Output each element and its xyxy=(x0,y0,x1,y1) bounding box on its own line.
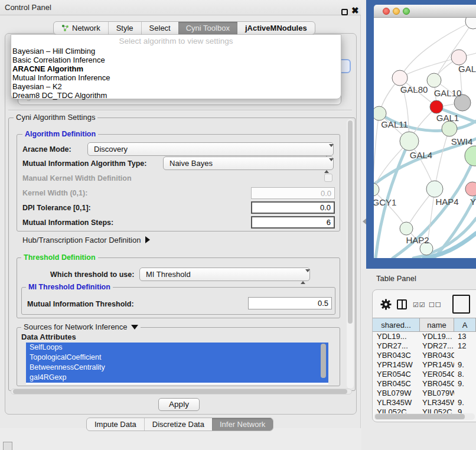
network-node-0[interactable] xyxy=(465,18,476,29)
combobox-stepper-icon xyxy=(324,145,329,158)
tab-style-label: Style xyxy=(116,24,133,32)
network-node-GAL1[interactable] xyxy=(430,100,443,113)
table-row-3[interactable]: YPR145WYPR145W9. xyxy=(373,360,476,370)
table-row-4[interactable]: YER054CYER054C8. xyxy=(373,370,476,379)
table-panel-title: Table Panel xyxy=(376,274,416,283)
zoom-traffic-light-icon[interactable] xyxy=(403,8,410,15)
table-row-1[interactable]: YDR27...YDR27...12 xyxy=(373,341,476,351)
network-node-GCY1[interactable] xyxy=(374,183,379,196)
attributes-scrollbar[interactable] xyxy=(321,344,326,381)
settings-vertical-scrollbar[interactable] xyxy=(347,119,354,389)
algorithm-option-3[interactable]: Mutual Information Inference xyxy=(12,73,340,82)
table-row-2[interactable]: YBR043CYBR043C xyxy=(373,351,476,360)
select-all-columns-icon[interactable]: ☑☑ xyxy=(413,301,426,309)
tab-style[interactable]: Style xyxy=(108,22,141,34)
threshold-definition-title: Threshold Definition xyxy=(21,253,98,262)
network-node-GAL10[interactable] xyxy=(427,73,441,87)
attributes-scrollbar-thumb[interactable] xyxy=(321,344,326,378)
algorithm-option-5[interactable]: Dream8 DC_TDC Algorithm xyxy=(12,91,340,100)
algorithm-option-1[interactable]: Basic Correlation Inference xyxy=(12,56,340,64)
settings-horizontal-scrollbar-thumb[interactable] xyxy=(13,389,347,394)
network-node-GAL11[interactable] xyxy=(374,106,386,120)
cell-5-2: 9. xyxy=(454,379,476,389)
column-header-1[interactable]: name xyxy=(420,318,454,332)
column-header-2[interactable]: A xyxy=(454,318,476,332)
network-node-label-GAL11: GAL11 xyxy=(381,119,408,129)
network-node-Y[interactable] xyxy=(465,182,476,196)
attribute-item-BetweennessCentrality[interactable]: BetweennessCentrality xyxy=(26,363,328,373)
hub-definition-expander[interactable]: Hub/Transcription Factor Definition xyxy=(22,236,150,244)
which-threshold-value: MI Threshold xyxy=(146,270,191,279)
column-header-0[interactable]: shared... xyxy=(373,318,420,332)
tab-network[interactable]: Network xyxy=(54,22,108,34)
kernel-width-field[interactable] xyxy=(251,187,335,199)
new-table-icon[interactable] xyxy=(452,295,470,314)
network-node-label-HAP2: HAP2 xyxy=(406,235,429,245)
attribute-item-gal4RGexp[interactable]: gal4RGexp xyxy=(26,373,328,383)
deselect-all-columns-icon[interactable]: ☐☐ xyxy=(429,301,442,309)
minimize-traffic-light-icon[interactable] xyxy=(393,8,400,15)
cell-6-2 xyxy=(454,389,476,398)
close-icon[interactable]: ✖ xyxy=(351,5,359,16)
tab-infer-network[interactable]: Infer Network xyxy=(212,418,273,431)
inference-algorithm-combobox-fragment[interactable] xyxy=(340,59,351,73)
table-horizontal-scrollbar-thumb[interactable] xyxy=(375,414,465,419)
apply-button[interactable]: Apply xyxy=(158,398,200,411)
cell-6-1: YBL079W xyxy=(420,389,454,398)
float-window-icon[interactable] xyxy=(341,9,348,15)
cell-2-1: YBR043C xyxy=(420,351,454,360)
tab-infer-network-label: Infer Network xyxy=(220,420,265,429)
which-threshold-combobox[interactable]: MI Threshold xyxy=(139,268,310,281)
algorithm-option-4[interactable]: Bayesian – K2 xyxy=(12,82,340,91)
algorithm-dropdown-list: Bayesian – Hill ClimbingBasic Correlatio… xyxy=(12,47,340,100)
cell-2-0: YBR043C xyxy=(373,351,420,360)
attribute-item-SelfLoops[interactable]: SelfLoops xyxy=(26,343,328,353)
network-node-HAP2[interactable] xyxy=(400,222,413,235)
column-layout-icon[interactable] xyxy=(397,299,407,309)
cell-1-1: YDR27... xyxy=(420,341,454,351)
settings-vertical-scrollbar-thumb[interactable] xyxy=(348,120,353,324)
manual-kernel-checkbox[interactable] xyxy=(324,174,332,182)
table-body: YDL19...YDL19...13YDR27...YDR27...12YBR0… xyxy=(373,332,476,415)
aracne-mode-combobox[interactable]: Discovery xyxy=(87,142,334,156)
settings-horizontal-scrollbar[interactable] xyxy=(11,389,352,394)
algorithm-option-0[interactable]: Bayesian – Hill Climbing xyxy=(12,47,340,56)
mi-steps-field[interactable] xyxy=(251,216,335,229)
mi-type-combobox[interactable]: Naive Bayes xyxy=(163,156,334,170)
control-panel-titlebar: Control Panel xyxy=(0,0,361,15)
table-row-6[interactable]: YBL079WYBL079W xyxy=(373,389,476,398)
aracne-mode-label: Aracne Mode: xyxy=(22,145,71,154)
sources-group-title: Sources for Network Inference xyxy=(21,323,141,331)
table-horizontal-scrollbar[interactable] xyxy=(374,413,475,420)
tab-cyni-toolbox[interactable]: Cyni Toolbox xyxy=(178,22,237,34)
table-row-0[interactable]: YDL19...YDL19...13 xyxy=(373,332,476,341)
cell-0-2: 13 xyxy=(454,332,476,341)
cell-0-0: YDL19... xyxy=(373,332,420,341)
tab-select[interactable]: Select xyxy=(141,22,178,34)
attribute-item-TopologicalCoefficient[interactable]: TopologicalCoefficient xyxy=(26,353,328,363)
cell-7-0: YLR345W xyxy=(373,398,420,407)
tab-discretize-data[interactable]: Discretize Data xyxy=(144,418,212,431)
network-node-GAL80[interactable] xyxy=(392,70,407,86)
network-node-GAL[interactable] xyxy=(451,50,467,65)
network-canvas[interactable]: GALGAL80GAL10GAL1GAL11SWI4GAL4GCY1HAP4YH… xyxy=(374,18,476,258)
cell-7-1: YLR345W xyxy=(420,398,454,407)
network-node-HAP4[interactable] xyxy=(426,181,443,197)
tab-jactivemnodules[interactable]: jActiveMNodules xyxy=(237,22,315,34)
close-traffic-light-icon[interactable] xyxy=(383,8,390,15)
algorithm-dropdown-placeholder: Select algorithm to view settings xyxy=(11,37,341,45)
mi-threshold-field[interactable] xyxy=(248,297,332,309)
tab-impute-data[interactable]: Impute Data xyxy=(87,418,144,431)
cell-4-2: 8. xyxy=(454,370,476,379)
network-node-GAL4[interactable] xyxy=(400,132,419,151)
network-node-SWI4[interactable] xyxy=(442,121,457,136)
algorithm-option-2[interactable]: ARACNE Algorithm xyxy=(12,64,340,73)
grip-icon[interactable] xyxy=(3,442,12,450)
network-node-9[interactable] xyxy=(465,146,476,166)
gear-icon[interactable] xyxy=(380,299,392,310)
mi-steps-label: Mutual Information Steps: xyxy=(22,219,113,227)
dpi-tolerance-field[interactable] xyxy=(251,201,335,214)
table-row-7[interactable]: YLR345WYLR345W9. xyxy=(373,398,476,407)
table-row-5[interactable]: YBR045CYBR045C9. xyxy=(373,379,476,389)
cell-5-1: YBR045C xyxy=(420,379,454,389)
